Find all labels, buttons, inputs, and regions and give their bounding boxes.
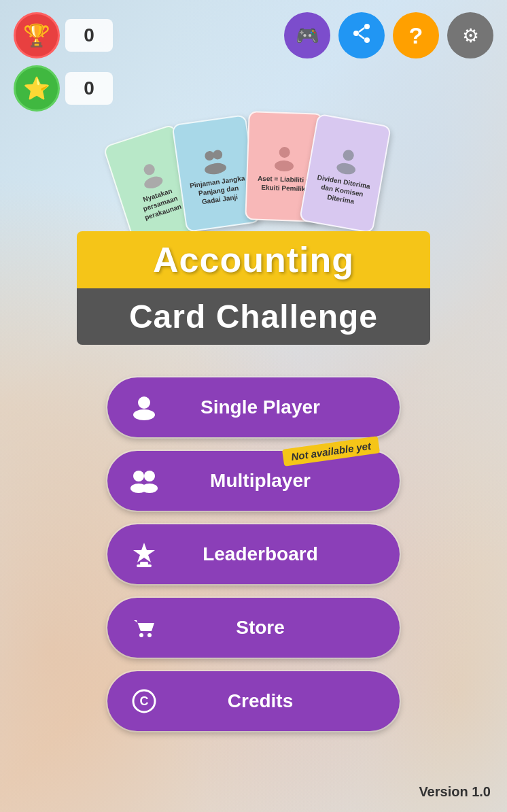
svg-point-14 — [138, 396, 150, 409]
store-button[interactable]: Store — [107, 598, 400, 658]
svg-point-13 — [336, 161, 356, 175]
svg-point-19 — [141, 484, 158, 493]
credits-button[interactable]: C Credits — [107, 671, 400, 731]
svg-point-16 — [133, 471, 144, 481]
not-available-badge: Not available yet — [282, 436, 380, 467]
trophy-value: 0 — [65, 19, 113, 52]
settings-icon: ⚙ — [462, 24, 479, 47]
title-line2: Card Challenge — [77, 288, 430, 345]
svg-point-10 — [279, 147, 290, 158]
svg-line-4 — [359, 35, 364, 39]
coin-stat-row: ⭐ 0 — [14, 65, 113, 112]
title-area: Accounting Card Challenge — [77, 231, 430, 345]
svg-point-5 — [142, 163, 156, 176]
store-icon — [128, 611, 160, 644]
svg-point-23 — [147, 633, 152, 637]
trophy-stat-row: 🏆 0 — [14, 12, 113, 58]
coin-icon: ⭐ — [14, 65, 60, 112]
svg-point-22 — [139, 633, 143, 637]
version-text: Version 1.0 — [419, 784, 491, 800]
svg-point-6 — [143, 174, 164, 190]
svg-point-0 — [364, 24, 370, 29]
share-button[interactable] — [338, 12, 385, 58]
svg-point-9 — [204, 161, 227, 175]
gamepad-icon: 🎮 — [296, 24, 319, 47]
svg-point-15 — [133, 409, 155, 420]
help-icon: ? — [409, 22, 423, 49]
multiplayer-button[interactable]: Not available yet Multiplayer — [107, 451, 400, 511]
svg-point-11 — [275, 160, 294, 172]
svg-point-2 — [364, 37, 370, 43]
stats-column: 🏆 0 ⭐ 0 — [14, 12, 113, 112]
svg-point-1 — [353, 31, 359, 36]
svg-text:C: C — [140, 694, 149, 708]
leaderboard-icon — [128, 538, 160, 571]
top-icons: 🎮 ? ⚙ — [284, 12, 493, 58]
svg-point-17 — [144, 471, 155, 481]
svg-rect-21 — [137, 564, 152, 567]
store-label: Store — [174, 617, 347, 639]
single-player-button[interactable]: Single Player — [107, 377, 400, 437]
menu-buttons: Single Player Not available yet Multipla… — [107, 377, 400, 731]
single-player-label: Single Player — [174, 396, 347, 418]
svg-point-12 — [343, 149, 355, 162]
share-icon — [351, 22, 372, 49]
title-line1: Accounting — [77, 231, 430, 288]
svg-line-3 — [359, 28, 364, 32]
multiplayer-label: Multiplayer — [174, 470, 347, 492]
coin-value: 0 — [65, 72, 113, 105]
credits-icon: C — [128, 685, 160, 717]
settings-button[interactable]: ⚙ — [447, 12, 493, 58]
trophy-icon: 🏆 — [14, 12, 60, 58]
single-player-icon — [128, 391, 160, 424]
multiplayer-icon — [128, 464, 160, 497]
help-button[interactable]: ? — [393, 12, 439, 58]
top-bar: 🏆 0 ⭐ 0 🎮 ? — [0, 12, 507, 112]
svg-point-8 — [212, 149, 223, 160]
credits-label: Credits — [174, 690, 347, 712]
gamepad-button[interactable]: 🎮 — [284, 12, 330, 58]
leaderboard-label: Leaderboard — [174, 543, 347, 565]
leaderboard-button[interactable]: Leaderboard — [107, 524, 400, 584]
